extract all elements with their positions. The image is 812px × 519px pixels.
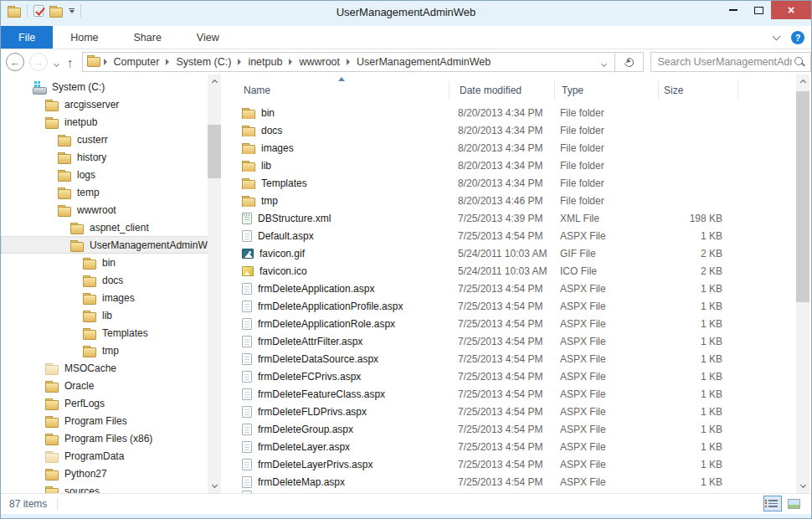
tree-item[interactable]: temp xyxy=(1,183,208,201)
breadcrumb-item[interactable]: UserManagementAdminWeb xyxy=(357,56,491,68)
tree-item[interactable]: history xyxy=(1,148,208,166)
tree-item[interactable]: arcgisserver xyxy=(1,95,208,113)
tree-item[interactable]: docs xyxy=(1,271,208,289)
tree-item[interactable]: System (C:) xyxy=(1,78,208,95)
column-header-date-modified[interactable]: Date modified xyxy=(450,81,555,100)
tree-item-label: lib xyxy=(102,310,112,321)
tree-item-icon xyxy=(45,99,59,110)
breadcrumb[interactable]: Computer System (C:) inetpub wwwroot Use… xyxy=(82,52,615,72)
tree-item[interactable]: aspnet_client xyxy=(1,218,208,236)
file-row[interactable]: frmDeleteLayerPrivs.aspx 7/25/2013 4:54 … xyxy=(227,455,793,473)
minimize-button[interactable] xyxy=(721,1,746,19)
file-row[interactable]: frmDeleteFLDPrivs.aspx 7/25/2013 4:54 PM… xyxy=(227,403,793,420)
ribbon-tab[interactable]: View xyxy=(179,26,237,49)
file-row[interactable]: DBStructure.xml 7/25/2013 4:39 PM XML Fi… xyxy=(227,209,793,227)
column-headers: Name Date modified Type Size xyxy=(227,81,793,103)
tree-item[interactable]: Program Files xyxy=(1,412,208,429)
file-row[interactable]: frmDeleteApplicationRole.aspx 7/25/2013 … xyxy=(227,315,793,332)
minimize-ribbon-icon[interactable] xyxy=(773,33,781,41)
file-row[interactable]: frmDeleteMap.aspx 7/25/2013 4:54 PM ASPX… xyxy=(227,473,793,491)
file-name: lib xyxy=(261,160,271,172)
file-row[interactable]: lib 8/20/2013 4:34 PM File folder xyxy=(227,157,793,174)
file-type-icon xyxy=(242,160,255,172)
file-row[interactable]: tmp 8/20/2013 4:46 PM File folder xyxy=(227,192,793,209)
tree-item[interactable]: ProgramData xyxy=(1,447,208,465)
help-icon[interactable]: ? xyxy=(791,31,804,44)
file-size-cell: 1 KB xyxy=(660,318,722,330)
file-row[interactable]: images 8/20/2013 4:34 PM File folder xyxy=(227,139,793,157)
tree-item[interactable]: Templates xyxy=(1,324,208,342)
file-row[interactable]: frmDeleteFCPrivs.aspx 7/25/2013 4:54 PM … xyxy=(227,367,793,385)
ribbon-tab[interactable]: Share xyxy=(116,26,179,49)
close-button[interactable]: × xyxy=(771,1,811,19)
file-row[interactable]: frmDeleteLayer.aspx 7/25/2013 4:54 PM AS… xyxy=(227,438,793,455)
thumbnail-view-button[interactable] xyxy=(784,496,803,511)
list-scrollbar[interactable] xyxy=(796,75,809,493)
tree-item[interactable]: Python27 xyxy=(1,465,208,482)
forward-button[interactable]: → xyxy=(29,53,48,71)
breadcrumb-item[interactable]: wwwroot xyxy=(299,56,340,68)
file-row[interactable]: bin 8/20/2013 4:34 PM File folder xyxy=(227,104,793,121)
scroll-down-icon[interactable] xyxy=(208,480,221,493)
file-row[interactable]: favicon.gif 5/24/2011 10:03 AM GIF File … xyxy=(227,244,793,262)
tree-item[interactable]: PerfLogs xyxy=(1,394,208,412)
scroll-down-icon[interactable] xyxy=(796,480,809,493)
address-dropdown-icon[interactable] xyxy=(594,54,614,69)
file-type-cell: GIF File xyxy=(560,248,660,260)
tree-item[interactable]: images xyxy=(1,289,208,306)
tree-item[interactable]: sources xyxy=(1,482,208,493)
column-header-type[interactable]: Type xyxy=(555,81,659,100)
file-date-cell: 7/25/2013 4:54 PM xyxy=(458,406,560,418)
file-row[interactable]: docs 8/20/2013 4:34 PM File folder xyxy=(227,121,793,139)
column-header-size[interactable]: Size xyxy=(659,81,738,100)
minimize-icon xyxy=(729,9,737,11)
file-row[interactable]: frmDeleteAttrFilter.aspx 7/25/2013 4:54 … xyxy=(227,332,793,350)
recent-locations-dropdown-icon[interactable] xyxy=(54,54,59,69)
file-row[interactable]: frmDeleteDataSource.aspx 7/25/2013 4:54 … xyxy=(227,350,793,367)
tree-item-label: custerr xyxy=(77,134,108,146)
file-row[interactable]: favicon.ico 5/24/2011 10:03 AM ICO File … xyxy=(227,262,793,280)
tree-item[interactable]: logs xyxy=(1,166,208,183)
file-name: images xyxy=(261,142,294,154)
file-row[interactable]: frmDeleteApplicationProfile.aspx 7/25/20… xyxy=(227,297,793,315)
tree-item[interactable]: custerr xyxy=(1,131,208,148)
breadcrumb-item[interactable]: inetpub xyxy=(248,56,282,68)
tree-scrollbar[interactable] xyxy=(208,75,221,493)
file-row[interactable]: frmDeleteFeatureClass.aspx 7/25/2013 4:5… xyxy=(227,385,793,403)
breadcrumb-separator-icon xyxy=(347,59,350,65)
tree-item[interactable]: inetpub xyxy=(1,113,208,131)
maximize-button[interactable] xyxy=(746,1,771,19)
search-icon[interactable] xyxy=(794,56,805,68)
tree-item[interactable]: MSOCache xyxy=(1,359,208,377)
file-row[interactable]: frmDeleteGroup.aspx 7/25/2013 4:54 PM AS… xyxy=(227,420,793,438)
tree-item[interactable]: wwwroot xyxy=(1,201,208,218)
file-name: frmDeleteFeatureClass.aspx xyxy=(258,388,385,400)
scroll-up-icon[interactable] xyxy=(796,75,809,88)
search-input[interactable] xyxy=(651,56,794,68)
file-row[interactable]: frmDeleteApplication.aspx 7/25/2013 4:54… xyxy=(227,280,793,297)
tree-item[interactable]: bin xyxy=(1,254,208,271)
file-row[interactable]: Default.aspx 7/25/2013 4:54 PM ASPX File… xyxy=(227,227,793,244)
tree-item[interactable]: tmp xyxy=(1,342,208,359)
file-row[interactable]: Templates 8/20/2013 4:34 PM File folder xyxy=(227,174,793,192)
list-scrollbar-thumb[interactable] xyxy=(796,91,809,302)
tree-item[interactable]: lib xyxy=(1,306,208,324)
back-button[interactable]: ← xyxy=(6,53,24,71)
tree-item[interactable]: Program Files (x86) xyxy=(1,429,208,447)
scroll-up-icon[interactable] xyxy=(208,75,221,88)
file-name-cell: images xyxy=(227,142,458,154)
address-bar-row: ← → ↑ Computer System (C:) inetpub wwwro… xyxy=(1,49,811,75)
tree-scrollbar-thumb[interactable] xyxy=(208,125,221,178)
up-button[interactable]: ↑ xyxy=(67,55,74,69)
breadcrumb-item[interactable]: Computer xyxy=(114,56,160,68)
details-view-button[interactable] xyxy=(763,496,782,511)
file-size-cell: 1 KB xyxy=(660,283,722,295)
column-header-name[interactable]: Name xyxy=(227,81,450,100)
breadcrumb-item[interactable]: System (C:) xyxy=(176,56,231,68)
tree-item[interactable]: UserManagementAdminWeb xyxy=(1,236,208,254)
file-type-cell: ASPX File xyxy=(560,459,660,470)
ribbon-tab[interactable]: File xyxy=(1,26,53,49)
tree-item[interactable]: Oracle xyxy=(1,377,208,394)
ribbon-tab[interactable]: Home xyxy=(53,26,116,49)
refresh-button[interactable] xyxy=(615,52,644,72)
